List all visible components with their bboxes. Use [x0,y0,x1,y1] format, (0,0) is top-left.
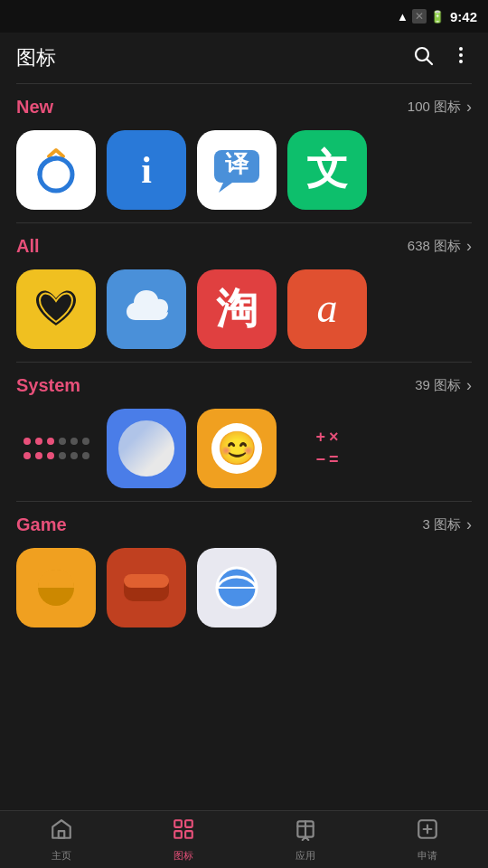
section-game-arrow: › [466,515,472,534]
dot [70,438,78,445]
app-icon-game1[interactable] [16,548,96,627]
dot [23,452,31,459]
svg-point-4 [459,60,463,63]
apps-icon [294,817,317,846]
section-game-meta[interactable]: 3 图标 › [422,515,472,534]
page-title: 图标 [16,44,412,71]
svg-point-3 [459,53,463,57]
svg-rect-19 [185,820,192,827]
app-icon-game3[interactable] [197,548,277,627]
section-all-icons: 淘 a [16,269,472,349]
section-game-title: Game [16,514,67,535]
dot [70,452,78,459]
section-system-count: 39 图标 [415,377,461,394]
nav-item-apps[interactable]: 应用 [279,812,332,868]
section-new-arrow: › [466,98,472,117]
section-system-title: System [16,375,80,396]
dot [59,438,66,445]
search-button[interactable] [412,44,434,71]
section-game: Game 3 图标 › [0,502,488,640]
nav-item-home[interactable]: 主页 [35,812,88,868]
svg-rect-21 [185,831,192,838]
dot [82,438,89,445]
section-game-count: 3 图标 [422,516,461,533]
dots-row-2 [23,452,89,459]
section-system-icons: 😊 + × − = [16,409,472,488]
app-icon-cloud[interactable] [107,269,186,349]
section-new-icons: i 译 文 [16,130,472,210]
home-icon [50,817,73,846]
dot [59,452,66,459]
app-icon-info[interactable]: i [107,130,186,210]
dot [23,438,31,445]
app-icon-midas[interactable] [16,130,96,210]
section-system-meta[interactable]: 39 图标 › [415,376,472,395]
app-icon-calc[interactable]: + × − = [287,409,367,488]
section-new-title: New [16,97,53,118]
signal-icon: ✕ [412,9,427,24]
app-icon-dots[interactable] [16,409,96,488]
svg-rect-13 [124,574,169,588]
section-all-header: All 638 图标 › [16,236,472,257]
section-new: New 100 图标 › i [0,84,488,222]
dot [35,452,42,459]
main-content: New 100 图标 › i [0,84,488,705]
svg-text:译: 译 [225,150,249,177]
app-icon-translate[interactable]: 译 [197,130,277,210]
apply-icon [416,817,439,846]
nav-label-icons: 图标 [174,849,193,863]
app-icon-alipay2[interactable]: a [287,269,367,349]
section-all-title: All [16,236,40,257]
section-game-header: Game 3 图标 › [16,514,472,535]
status-bar: ▲ ✕ 🔋 9:42 [0,0,488,33]
app-icon-circle[interactable] [107,409,186,488]
app-icon-wenzi[interactable]: 文 [287,130,367,210]
section-all: All 638 图标 › [0,223,488,362]
dot [82,452,89,459]
nav-item-icons[interactable]: 图标 [157,812,210,868]
app-header: 图标 [0,33,488,83]
app-icon-game2[interactable] [107,548,186,627]
app-icon-taobao[interactable]: 淘 [197,269,277,349]
status-icons: ▲ ✕ 🔋 [397,9,445,24]
calc-minus: − [315,450,325,469]
status-time: 9:42 [450,9,477,24]
calc-times: × [329,428,339,447]
dots-pattern [23,438,89,459]
header-actions [412,44,472,71]
dot [35,438,42,445]
section-game-icons [16,548,472,627]
nav-label-apps: 应用 [296,849,315,863]
nav-item-apply[interactable]: 申请 [401,812,454,868]
svg-point-2 [459,47,463,51]
svg-rect-17 [58,831,64,838]
app-icon-loveit[interactable] [16,269,96,349]
section-system-header: System 39 图标 › [16,375,472,396]
dots-row-1 [23,438,89,445]
app-icon-smile[interactable]: 😊 [197,409,277,488]
svg-rect-18 [174,820,182,827]
wenzi-text: 文 [306,142,348,198]
svg-line-1 [427,60,433,65]
section-new-meta[interactable]: 100 图标 › [408,98,472,117]
calc-grid: + × − = [306,419,347,478]
dot [47,438,54,445]
section-new-header: New 100 图标 › [16,97,472,118]
wifi-icon: ▲ [397,10,408,24]
more-menu-button[interactable] [450,44,472,71]
nav-label-apply: 申请 [418,849,437,863]
section-all-count: 638 图标 [408,238,461,255]
svg-marker-8 [219,183,232,193]
svg-text:a: a [317,285,338,331]
section-system-arrow: › [466,376,472,395]
smile-face: 😊 [211,423,262,474]
section-all-meta[interactable]: 638 图标 › [408,237,472,256]
taobao-text: 淘 [216,281,258,337]
section-new-count: 100 图标 [408,99,461,116]
calc-plus: + [315,428,325,447]
svg-text:i: i [141,149,152,191]
calc-equals: = [329,450,339,469]
bottom-nav: 主页 图标 应用 [0,810,488,868]
nav-label-home: 主页 [52,849,71,863]
section-all-arrow: › [466,237,472,256]
